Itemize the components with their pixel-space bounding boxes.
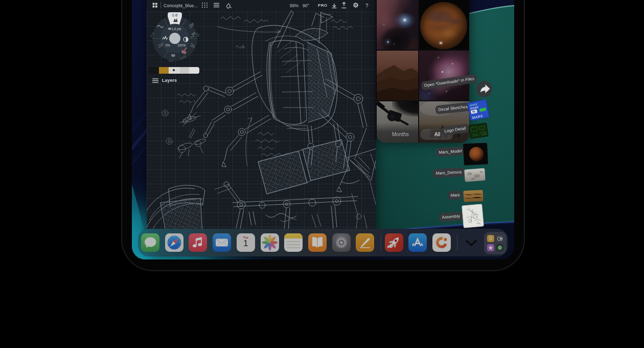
svg-text:1.6: 1.6	[172, 13, 178, 17]
svg-text:1.6 pts: 1.6 pts	[172, 27, 181, 31]
svg-text:100%: 100%	[177, 44, 186, 47]
svg-text:0%: 0%	[165, 44, 170, 47]
svg-text:8.9: 8.9	[169, 59, 173, 62]
